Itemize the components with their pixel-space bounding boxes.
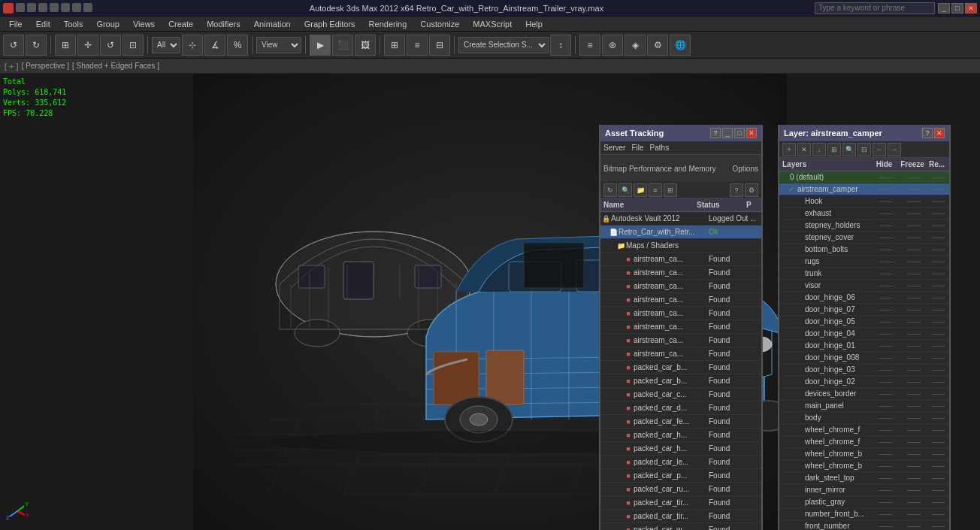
layer-row[interactable]: plastic_gray—————— xyxy=(779,496,949,508)
layer-row[interactable]: stepney_cover—————— xyxy=(779,232,949,244)
asset-row[interactable]: ■packed_car_tir...Found xyxy=(600,510,761,523)
mirror-button[interactable]: ⊞ xyxy=(384,35,405,56)
render-setup-button[interactable]: ⚙ xyxy=(647,35,668,56)
quick-render-button[interactable]: ⬛ xyxy=(332,35,353,56)
asset-options-label[interactable]: Options xyxy=(733,165,758,173)
asset-tb-view1[interactable]: ≡ xyxy=(649,183,662,197)
layer-row[interactable]: door_hinge_06—————— xyxy=(779,292,949,304)
layer-row[interactable]: wheel_chrome_b—————— xyxy=(779,460,949,472)
maximize-button[interactable]: □ xyxy=(951,3,963,14)
layer-row[interactable]: trunk—————— xyxy=(779,268,949,280)
asset-minimize-button[interactable]: _ xyxy=(722,128,733,138)
asset-menu-paths[interactable]: Paths xyxy=(650,144,670,152)
layer-row[interactable]: wheel_chrome_b—————— xyxy=(779,448,949,460)
asset-menu-server[interactable]: Server xyxy=(603,144,625,152)
asset-row[interactable]: ■airstream_ca...Found xyxy=(600,334,761,347)
layer-row[interactable]: door_hinge_04—————— xyxy=(779,328,949,340)
asset-row[interactable]: ■airstream_ca...Found xyxy=(600,293,761,307)
layer-close-button[interactable]: ✕ xyxy=(934,128,945,138)
layer-row[interactable]: door_hinge_008—————— xyxy=(779,352,949,364)
minimize-button[interactable]: _ xyxy=(938,3,950,14)
menu-animation[interactable]: Animation xyxy=(248,17,297,32)
layer-row[interactable]: stepney_holders—————— xyxy=(779,220,949,232)
search-input[interactable] xyxy=(815,2,935,14)
asset-row[interactable]: ■packed_car_fe...Found xyxy=(600,415,761,429)
selection-sets[interactable]: Create Selection S... xyxy=(458,37,549,53)
scale-button[interactable]: ⊡ xyxy=(122,35,144,56)
layer-list[interactable]: 0 (default)——————✓airstream_camper——————… xyxy=(779,171,949,530)
asset-row[interactable]: ■packed_car_tir...Found xyxy=(600,496,761,510)
snap-angle-button[interactable]: ∡ xyxy=(204,35,225,56)
layer-row[interactable]: dark_steel_top—————— xyxy=(779,472,949,484)
asset-row[interactable]: ■packed_car_p...Found xyxy=(600,469,761,483)
asset-row[interactable]: 📄Retro_Car_with_Retr...Ok xyxy=(600,226,761,239)
layer-row[interactable]: main_panel—————— xyxy=(779,400,949,412)
asset-tb-find[interactable]: 🔍 xyxy=(619,183,632,197)
layer-tb-arrow2[interactable]: → xyxy=(888,143,901,156)
asset-row[interactable]: 🔒Autodesk Vault 2012Logged Out ... xyxy=(600,212,761,226)
asset-tb-refresh[interactable]: ↻ xyxy=(603,183,617,197)
layer-row[interactable]: body—————— xyxy=(779,412,949,424)
asset-row[interactable]: ■airstream_ca...Found xyxy=(600,253,761,266)
layer-row[interactable]: devices_border—————— xyxy=(779,388,949,400)
layer-row[interactable]: bottom_bolts—————— xyxy=(779,244,949,256)
asset-row[interactable]: ■packed_car_w...Found xyxy=(600,523,761,530)
layer-tb-arrow1[interactable]: ← xyxy=(873,143,886,156)
asset-row[interactable]: ■airstream_ca...Found xyxy=(600,320,761,334)
menu-modifiers[interactable]: Modifiers xyxy=(201,17,247,32)
asset-row[interactable]: ■packed_car_b...Found xyxy=(600,361,761,374)
layer-row[interactable]: visor—————— xyxy=(779,280,949,292)
asset-row[interactable]: ■packed_car_h...Found xyxy=(600,442,761,456)
layer-row[interactable]: door_hinge_01—————— xyxy=(779,340,949,352)
asset-help-button[interactable]: ? xyxy=(710,128,721,138)
percent-snap-button[interactable]: % xyxy=(227,35,248,56)
asset-menu-file[interactable]: File xyxy=(631,144,643,152)
move-button[interactable]: ✛ xyxy=(77,35,98,56)
material-editor-button[interactable]: ◈ xyxy=(625,35,646,56)
asset-tb-options[interactable]: ⚙ xyxy=(745,183,758,197)
asset-tree[interactable]: 🔒Autodesk Vault 2012Logged Out ...📄Retro… xyxy=(600,212,761,530)
layer-tb-merge[interactable]: ⊟ xyxy=(858,143,871,156)
asset-row[interactable]: ■packed_car_d...Found xyxy=(600,401,761,415)
layer-tb-delete[interactable]: ✕ xyxy=(797,143,811,156)
asset-tb-path[interactable]: 📁 xyxy=(634,183,647,197)
menu-create[interactable]: Create xyxy=(162,17,199,32)
asset-tb-view2[interactable]: ⊞ xyxy=(664,183,677,197)
asset-row[interactable]: ■packed_car_b...Found xyxy=(600,374,761,388)
redo-button[interactable]: ↻ xyxy=(26,35,47,56)
asset-row[interactable]: ■packed_car_le...Found xyxy=(600,456,761,469)
menu-edit[interactable]: Edit xyxy=(30,17,56,32)
layer-row[interactable]: door_hinge_02—————— xyxy=(779,376,949,388)
named-sel-button[interactable]: ↕ xyxy=(550,35,571,56)
viewport-shading[interactable]: [ Shaded + Edged Faces ] xyxy=(72,62,159,70)
menu-customize[interactable]: Customize xyxy=(414,17,465,32)
asset-restore-button[interactable]: □ xyxy=(734,128,745,138)
asset-tb-help[interactable]: ? xyxy=(730,183,743,197)
layer-row[interactable]: wheel_chrome_f—————— xyxy=(779,436,949,448)
layer-row[interactable]: inner_mirror—————— xyxy=(779,484,949,496)
asset-row[interactable]: ■packed_car_h...Found xyxy=(600,429,761,442)
layer-tb-add[interactable]: ↓ xyxy=(812,143,826,156)
layer-row[interactable]: Hook—————— xyxy=(779,195,949,207)
asset-row[interactable]: ■packed_car_c...Found xyxy=(600,388,761,401)
layer-row[interactable]: door_hinge_07—————— xyxy=(779,304,949,316)
layer-row[interactable]: rugs—————— xyxy=(779,256,949,268)
layer-row[interactable]: front_number—————— xyxy=(779,520,949,530)
asset-close-button[interactable]: ✕ xyxy=(746,128,757,138)
environment-button[interactable]: 🌐 xyxy=(670,35,691,56)
layer-row[interactable]: wheel_chrome_f—————— xyxy=(779,424,949,436)
menu-views[interactable]: Views xyxy=(127,17,161,32)
layer-row[interactable]: number_front_b...—————— xyxy=(779,508,949,520)
layer-row[interactable]: 0 (default)—————— xyxy=(779,171,949,183)
asset-row[interactable]: ■airstream_ca...Found xyxy=(600,266,761,280)
rotate-button[interactable]: ↺ xyxy=(100,35,121,56)
schematic-button[interactable]: ⊛ xyxy=(602,35,623,56)
asset-row[interactable]: ■packed_car_ru...Found xyxy=(600,483,761,496)
render-frame-button[interactable]: 🖼 xyxy=(355,35,376,56)
menu-maxscript[interactable]: MAXScript xyxy=(467,17,518,32)
array-button[interactable]: ⊟ xyxy=(429,35,450,56)
layers-button[interactable]: ≡ xyxy=(579,35,600,56)
menu-help[interactable]: Help xyxy=(519,17,549,32)
snap-select[interactable]: All xyxy=(152,37,180,53)
view-select[interactable]: View xyxy=(256,37,301,53)
